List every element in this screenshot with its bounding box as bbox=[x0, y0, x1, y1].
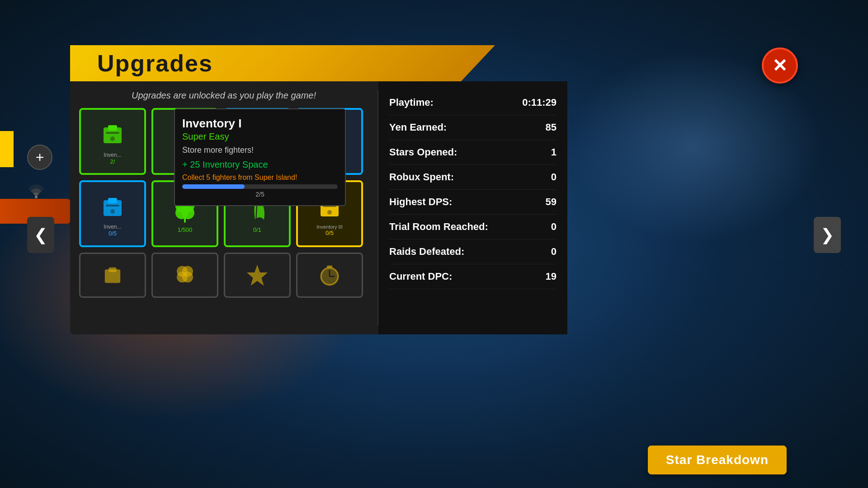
svg-point-14 bbox=[110, 209, 115, 214]
stat-value: 0:11:29 bbox=[522, 97, 557, 108]
upgrade-item-inventory-2[interactable]: Inven... 0/5 bbox=[79, 180, 146, 247]
arrow-right-button[interactable]: ❯ bbox=[814, 217, 841, 253]
stat-value: 19 bbox=[546, 271, 557, 282]
stat-row: Current DPC:19 bbox=[389, 264, 557, 289]
stat-label: Stars Opened: bbox=[389, 146, 457, 158]
upgrade-item-bottom-1[interactable] bbox=[79, 253, 146, 298]
stat-value: 0 bbox=[551, 246, 557, 258]
svg-point-0 bbox=[35, 196, 38, 198]
svg-rect-2 bbox=[108, 125, 117, 131]
svg-point-24 bbox=[327, 210, 332, 215]
stat-label: Raids Defeated: bbox=[389, 246, 464, 258]
upgrade-item-bottom-4[interactable] bbox=[296, 253, 363, 298]
upgrade-row-3 bbox=[79, 253, 368, 298]
main-panel: Upgrades are unlocked as you play the ga… bbox=[70, 81, 567, 334]
svg-rect-13 bbox=[106, 205, 119, 206]
star-breakdown-button[interactable]: Star Breakdown bbox=[648, 446, 787, 474]
progress-bar-fill bbox=[182, 184, 245, 189]
tooltip-popup: Inventory I Super Easy Store more fighte… bbox=[174, 108, 346, 206]
upgrades-section: Upgrades are unlocked as you play the ga… bbox=[70, 81, 377, 334]
stat-label: Trial Room Reached: bbox=[389, 221, 488, 233]
svg-point-30 bbox=[182, 272, 193, 282]
stat-row: Stars Opened:1 bbox=[389, 140, 557, 165]
stat-label: Robux Spent: bbox=[389, 171, 454, 183]
svg-rect-26 bbox=[108, 267, 116, 272]
upgrade-item-inventory-1[interactable]: Inven... 2/ bbox=[79, 108, 146, 175]
stat-row: Highest DPS:59 bbox=[389, 190, 557, 215]
progress-bar bbox=[182, 184, 338, 189]
tooltip-description: Store more fighters! bbox=[182, 145, 338, 155]
tooltip-title: Inventory I bbox=[182, 117, 338, 131]
upgrade-item-bottom-2[interactable] bbox=[151, 253, 218, 298]
stat-label: Current DPC: bbox=[389, 271, 452, 282]
plus-button[interactable]: + bbox=[27, 145, 52, 170]
stat-value: 59 bbox=[546, 196, 557, 208]
stats-container: Playtime:0:11:29Yen Earned:85Stars Opene… bbox=[389, 90, 557, 289]
tooltip-bonus: + 25 Inventory Space bbox=[182, 160, 338, 170]
stat-label: Highest DPS: bbox=[389, 196, 452, 208]
yellow-note bbox=[0, 131, 14, 167]
stat-row: Yen Earned:85 bbox=[389, 115, 557, 140]
stat-row: Playtime:0:11:29 bbox=[389, 90, 557, 115]
subtitle: Upgrades are unlocked as you play the ga… bbox=[79, 90, 368, 101]
tooltip-difficulty: Super Easy bbox=[182, 131, 338, 142]
stat-value: 0 bbox=[551, 221, 557, 233]
stat-value: 85 bbox=[546, 122, 557, 133]
svg-point-18 bbox=[182, 206, 194, 219]
svg-rect-12 bbox=[108, 198, 117, 203]
stat-row: Raids Defeated:0 bbox=[389, 239, 557, 264]
tooltip-requirement: Collect 5 fighters from Super Island! bbox=[182, 174, 338, 182]
arrow-left-button[interactable]: ❮ bbox=[27, 217, 54, 253]
stat-value: 1 bbox=[551, 146, 557, 158]
stat-row: Trial Room Reached:0 bbox=[389, 215, 557, 239]
svg-marker-31 bbox=[247, 265, 268, 286]
stats-section: Playtime:0:11:29Yen Earned:85Stars Opene… bbox=[378, 81, 567, 334]
stat-label: Yen Earned: bbox=[389, 122, 447, 133]
svg-rect-34 bbox=[327, 266, 332, 268]
stat-label: Playtime: bbox=[389, 97, 434, 108]
stat-value: 0 bbox=[551, 171, 557, 183]
svg-rect-19 bbox=[184, 217, 186, 223]
svg-point-4 bbox=[110, 136, 115, 141]
progress-text: 2/5 bbox=[182, 191, 338, 198]
close-button[interactable]: ✕ bbox=[762, 47, 798, 84]
title-bar: Upgrades bbox=[70, 45, 495, 81]
upgrade-item-bottom-3[interactable] bbox=[224, 253, 291, 298]
page-title: Upgrades bbox=[97, 50, 213, 77]
wifi-icon bbox=[18, 176, 54, 203]
stat-row: Robux Spent:0 bbox=[389, 165, 557, 190]
svg-rect-3 bbox=[106, 132, 119, 134]
